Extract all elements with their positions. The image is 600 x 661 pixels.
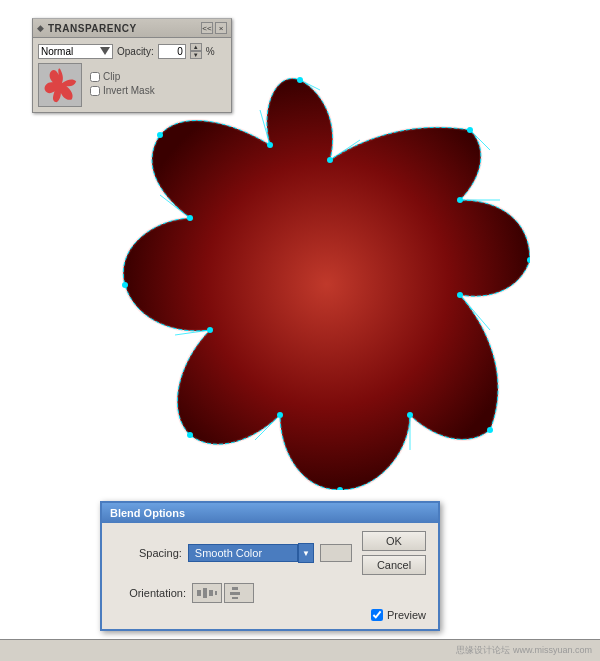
orientation-label: Orientation: (114, 587, 186, 599)
opacity-decrement-button[interactable]: ▼ (190, 51, 202, 59)
watermark-text: 思缘设计论坛 www.missyuan.com (456, 644, 592, 657)
spacing-dropdown-arrow[interactable]: ▼ (298, 543, 314, 563)
panel-collapse-icon[interactable]: ◆ (37, 23, 44, 33)
horizontal-orientation-icon[interactable] (192, 583, 222, 603)
spacing-value: Smooth Color (195, 547, 262, 559)
svg-rect-26 (197, 590, 201, 596)
svg-rect-28 (209, 590, 213, 596)
bottom-bar: 思缘设计论坛 www.missyuan.com (0, 639, 600, 661)
svg-rect-31 (230, 592, 240, 595)
opacity-label: Opacity: (117, 46, 154, 57)
opacity-increment-button[interactable]: ▲ (190, 43, 202, 51)
starfish-shape (70, 60, 530, 490)
spacing-label: Spacing: (114, 547, 182, 559)
svg-rect-29 (215, 591, 217, 595)
svg-rect-32 (232, 597, 238, 599)
clip-label: Clip (103, 71, 120, 82)
panel-minimize-button[interactable]: << (201, 22, 213, 34)
opacity-input[interactable] (158, 44, 186, 59)
blend-dialog-titlebar: Blend Options (102, 503, 438, 523)
clip-checkbox[interactable] (90, 72, 100, 82)
blend-mode-select[interactable]: Normal (38, 44, 113, 59)
ok-button[interactable]: OK (362, 531, 426, 551)
opacity-stepper[interactable]: ▲ ▼ (190, 43, 202, 59)
color-swatch[interactable] (320, 544, 352, 562)
percent-label: % (206, 46, 215, 57)
invert-mask-label: Invert Mask (103, 85, 155, 96)
cancel-button[interactable]: Cancel (362, 555, 426, 575)
vertical-orientation-icon[interactable] (224, 583, 254, 603)
blend-dialog-title: Blend Options (110, 507, 185, 519)
transparency-panel: ◆ TRANSPARENCY << × Normal Opacity: ▲ ▼ … (32, 18, 232, 113)
preview-checkbox[interactable] (371, 609, 383, 621)
transparency-titlebar: ◆ TRANSPARENCY << × (33, 19, 231, 38)
transparency-title: TRANSPARENCY (48, 23, 137, 34)
checkbox-area: Clip Invert Mask (90, 63, 155, 96)
invert-mask-checkbox[interactable] (90, 86, 100, 96)
thumbnail-box (38, 63, 82, 107)
spacing-select-display[interactable]: Smooth Color (188, 544, 298, 562)
orientation-icons (192, 583, 254, 603)
svg-rect-30 (232, 587, 238, 590)
blend-options-dialog: Blend Options Spacing: Smooth Color ▼ OK… (100, 501, 440, 631)
panel-close-button[interactable]: × (215, 22, 227, 34)
svg-rect-27 (203, 588, 207, 598)
preview-label: Preview (387, 609, 426, 621)
